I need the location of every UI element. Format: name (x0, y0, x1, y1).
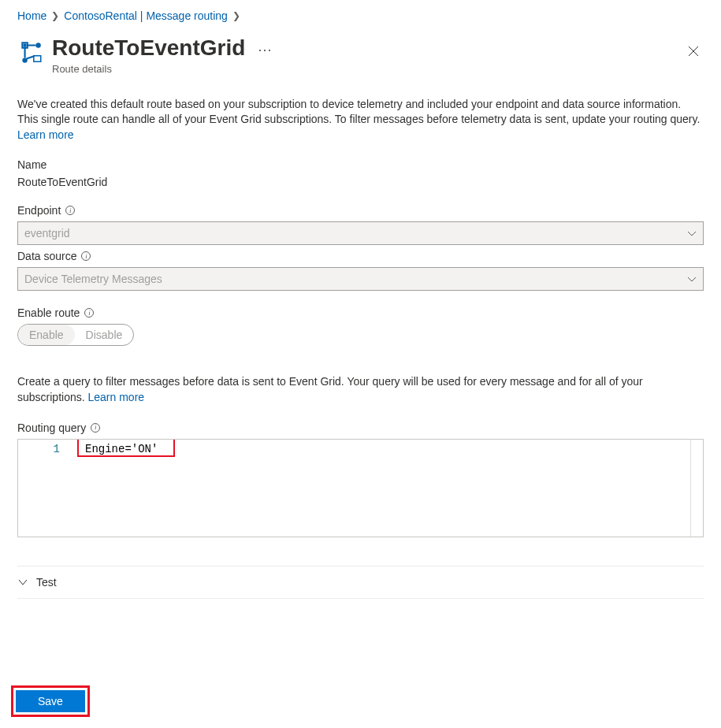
enable-route-toggle: Enable Disable (17, 324, 134, 346)
breadcrumb-home[interactable]: Home (17, 9, 46, 22)
endpoint-label: Endpoint (17, 204, 61, 217)
learn-more-link[interactable]: Learn more (87, 391, 144, 403)
breadcrumb: Home ❯ ContosoRental | Message routing ❯ (17, 9, 704, 22)
intro-text: We've created this default route based o… (17, 97, 704, 143)
toggle-enable-option: Enable (18, 325, 75, 345)
enable-route-label: Enable route (17, 306, 80, 319)
info-icon[interactable]: i (84, 308, 94, 318)
close-icon (688, 46, 699, 57)
close-button[interactable] (683, 39, 704, 65)
info-icon[interactable]: i (65, 206, 75, 215)
chevron-down-icon (17, 577, 28, 588)
line-number: 1 (18, 441, 60, 457)
chevron-right-icon: ❯ (51, 10, 59, 21)
datasource-select: Device Telemetry Messages (17, 267, 704, 291)
routing-query-editor[interactable]: 1 Engine='ON' (17, 439, 704, 537)
editor-gutter: 1 (18, 440, 69, 537)
more-button[interactable]: ⋯ (255, 39, 277, 60)
routing-query-label: Routing query (17, 422, 86, 434)
svg-point-2 (35, 43, 40, 47)
test-section-toggle[interactable]: Test (17, 566, 704, 599)
chevron-right-icon: ❯ (232, 10, 240, 21)
test-label: Test (36, 576, 57, 589)
chevron-down-icon (687, 273, 697, 285)
datasource-label: Data source (17, 250, 76, 262)
svg-point-0 (23, 43, 26, 46)
info-icon[interactable]: i (81, 251, 91, 261)
highlight-annotation: Save (11, 685, 90, 717)
page-title: RouteToEventGrid (52, 35, 245, 61)
page-subtitle: Route details (52, 63, 683, 75)
query-description: Create a query to filter messages before… (17, 374, 704, 405)
chevron-down-icon (687, 227, 697, 240)
name-label: Name (17, 158, 704, 171)
toggle-disable-option: Disable (75, 325, 134, 345)
save-button[interactable]: Save (16, 690, 85, 712)
learn-more-link[interactable]: Learn more (17, 128, 74, 141)
code-content[interactable]: Engine='ON' (69, 441, 690, 457)
breadcrumb-parent[interactable]: ContosoRental | Message routing (64, 9, 228, 22)
editor-scrollbar[interactable] (690, 440, 703, 537)
info-icon[interactable]: i (91, 423, 100, 433)
route-icon (17, 39, 44, 66)
endpoint-select: eventgrid (17, 221, 704, 245)
name-value: RouteToEventGrid (17, 176, 704, 188)
